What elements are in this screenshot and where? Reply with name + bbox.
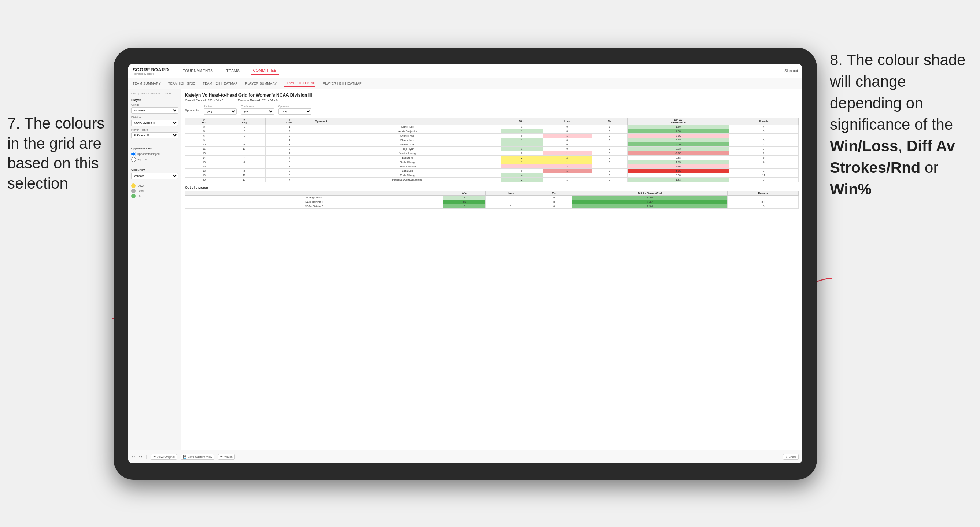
cell-opponent: Emily Chang — [313, 173, 501, 178]
sign-out-link[interactable]: Sign out — [784, 69, 798, 73]
nav-right: Sign out — [784, 69, 798, 73]
annotation-right: 8. The colour shade will change dependin… — [830, 49, 969, 200]
radio-opponents-played[interactable]: Opponents Played — [131, 152, 178, 156]
legend-down: Down — [131, 184, 178, 188]
col-rounds: Rounds — [729, 118, 799, 125]
cell-reg: 7 — [223, 156, 265, 160]
top-nav: SCOREBOARD Powered by clipp'd TOURNAMENT… — [128, 64, 802, 78]
cell-loss: 1 — [542, 160, 592, 164]
opponent-view-title: Opponent view — [131, 147, 178, 150]
cell-tie: 0 — [592, 134, 628, 138]
cell-loss: 1 — [542, 169, 592, 173]
toolbar-undo[interactable]: ↩ — [132, 454, 135, 459]
sidebar-player-rank-label: Player (Rank) — [131, 128, 178, 132]
cell-diff: 4.00 — [628, 129, 729, 134]
radio-top-100[interactable]: Top 100 — [131, 157, 178, 162]
cell-rounds — [729, 134, 799, 138]
logo-sub: Powered by clipp'd — [133, 73, 169, 75]
cell-div: 9 — [185, 138, 223, 143]
col-div: #Div — [185, 118, 223, 125]
cell-conf: 5 — [265, 160, 313, 164]
ood-cell-name: Foreign Team — [185, 195, 443, 200]
cell-opponent: Andrea York — [313, 143, 501, 147]
toolbar-watch[interactable]: 👁 Watch — [218, 454, 234, 460]
table-row: 13 1 1 Jessica Huang 0 1 0 -3.00 2 — [185, 151, 799, 156]
cell-rounds: 3 — [729, 147, 799, 151]
cell-div: 5 — [185, 129, 223, 134]
record-row: Overall Record: 353 - 34 - 6 Division Re… — [185, 98, 799, 102]
cell-tie: 1 — [592, 125, 628, 129]
col-conf: #Conf — [265, 118, 313, 125]
cell-tie: 0 — [592, 147, 628, 151]
cell-win: 1 — [501, 125, 543, 129]
sec-nav-team-h2h-grid[interactable]: TEAM H2H GRID — [168, 80, 195, 87]
cell-win: 4 — [501, 173, 543, 178]
cell-conf: 2 — [265, 169, 313, 173]
cell-opponent: Federica Domecq Lacroze — [313, 178, 501, 182]
ood-col-rounds: Rounds — [727, 191, 799, 195]
out-of-division-table: Win Loss Tie Diff Av Strokes/Rnd Rounds … — [185, 191, 799, 209]
ood-cell-rounds: 30 — [727, 200, 799, 204]
secondary-nav: TEAM SUMMARY TEAM H2H GRID TEAM H2H HEAT… — [128, 78, 802, 89]
cell-reg: 1 — [223, 125, 265, 129]
cell-conf: 3 — [265, 134, 313, 138]
cell-opponent: Jessica Mason — [313, 164, 501, 169]
cell-rounds: 9 — [729, 156, 799, 160]
cell-conf: 1 — [265, 125, 313, 129]
sec-nav-player-h2h-grid[interactable]: PLAYER H2H GRID — [284, 80, 315, 87]
cell-tie: 0 — [592, 143, 628, 147]
toolbar-save-custom[interactable]: 💾 Save Custom View — [181, 454, 214, 460]
cell-loss: 2 — [542, 164, 592, 169]
cell-opponent: Stella Cheng — [313, 160, 501, 164]
ood-table-row: Foreign Team 1 0 0 4.500 2 — [185, 195, 799, 200]
sidebar-division-select[interactable]: NCAA Division III — [131, 120, 178, 126]
toolbar-view-original[interactable]: 👁 View: Original — [151, 454, 177, 460]
cell-div: 3 — [185, 125, 223, 129]
sidebar-player-rank-select[interactable]: 8. Katelyn Vo — [131, 132, 178, 138]
legend-up: Up — [131, 194, 178, 198]
sec-nav-team-h2h-heatmap[interactable]: TEAM H2H HEATMAP — [203, 80, 238, 87]
toolbar-share[interactable]: ⇪ Share — [783, 454, 799, 460]
ood-cell-win: 1 — [443, 195, 485, 200]
cell-opponent: Alexis Sudjianto — [313, 129, 501, 134]
colour-by-select[interactable]: Win/loss — [131, 173, 178, 179]
cell-rounds: 3 — [729, 138, 799, 143]
filter-region-select[interactable]: (All) — [204, 108, 237, 114]
cell-div: 10 — [185, 143, 223, 147]
ood-cell-diff: 4.500 — [572, 195, 727, 200]
sec-nav-team-summary[interactable]: TEAM SUMMARY — [133, 80, 161, 87]
cell-win: 1 — [501, 164, 543, 169]
ood-cell-loss: 0 — [485, 200, 536, 204]
cell-div: 11 — [185, 147, 223, 151]
toolbar-redo[interactable]: ↪ — [139, 454, 142, 459]
cell-opponent: Heejo Hyun — [313, 147, 501, 151]
col-loss: Loss — [542, 118, 592, 125]
cell-tie: 0 — [592, 151, 628, 156]
nav-teams[interactable]: TEAMS — [224, 67, 242, 75]
sec-nav-player-summary[interactable]: PLAYER SUMMARY — [245, 80, 277, 87]
legend-dot-down — [131, 184, 135, 188]
table-row: 15 8 5 Stella Cheng 1 1 0 1.25 4 — [185, 160, 799, 164]
cell-opponent: Sharon Mun — [313, 138, 501, 143]
sec-nav-player-h2h-heatmap[interactable]: PLAYER H2H HEATMAP — [323, 80, 361, 87]
sidebar-gender-select[interactable]: Women's — [131, 107, 178, 114]
toolbar-sep1: | — [146, 455, 147, 459]
ood-col-diff: Diff Av Strokes/Rnd — [572, 191, 727, 195]
filter-conference-select[interactable]: (All) — [241, 108, 274, 114]
cell-opponent: Eunice Yi — [313, 156, 501, 160]
filter-opponent-select[interactable]: (All) — [278, 108, 312, 114]
cell-conf: 1 — [265, 151, 313, 156]
cell-win: 0 — [501, 169, 543, 173]
bottom-toolbar: ↩ ↪ | 👁 View: Original 💾 Save Custom Vie… — [128, 450, 802, 463]
cell-diff: 0.30 — [628, 173, 729, 178]
ood-cell-loss: 0 — [485, 195, 536, 200]
nav-committee[interactable]: COMMITTEE — [251, 67, 279, 75]
annotation-right-bold3: Win% — [830, 181, 872, 198]
nav-tournaments[interactable]: TOURNAMENTS — [181, 67, 215, 75]
table-row: 19 10 6 Emily Chang 4 1 0 0.30 11 — [185, 173, 799, 178]
annotation-left: 7. The colours in the grid are based on … — [7, 114, 110, 194]
table-row: 18 2 2 Euna Lee 0 1 0 -5.00 2 — [185, 169, 799, 173]
cell-loss: 0 — [542, 138, 592, 143]
cell-reg: 1 — [223, 138, 265, 143]
ood-table-row: NCAA Division 2 5 0 0 7.400 10 — [185, 204, 799, 209]
